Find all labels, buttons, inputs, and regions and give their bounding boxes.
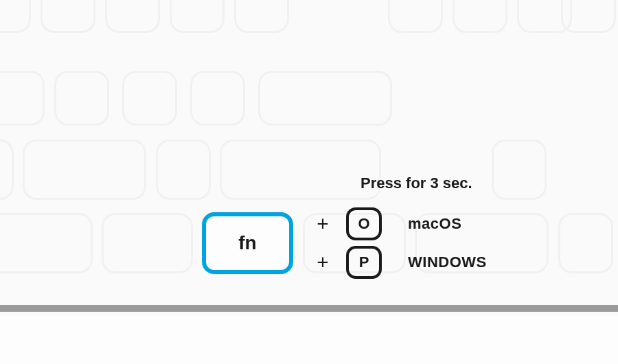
keyboard-key-outline — [41, 0, 95, 33]
os-label-windows: WINDOWS — [408, 253, 487, 271]
keyboard-key-outline — [258, 71, 392, 126]
keyboard-key-outline — [0, 71, 45, 126]
instruction-heading: Press for 3 sec. — [360, 174, 472, 192]
plus-icon: + — [312, 212, 334, 236]
keyboard-key-outline — [558, 213, 613, 273]
fn-key: fn — [202, 212, 293, 274]
key-p: P — [346, 246, 382, 279]
key-o: O — [346, 207, 382, 240]
keyboard-key-outline — [0, 213, 93, 273]
keyboard-key-outline — [492, 139, 547, 200]
os-label-macos: macOS — [408, 215, 461, 233]
key-p-label: P — [359, 253, 369, 271]
keyboard-key-outline — [561, 0, 616, 33]
fn-key-label: fn — [238, 232, 256, 254]
keyboard-key-outline — [105, 0, 160, 33]
keyboard-key-outline — [54, 71, 109, 126]
combo-row-macos: + O macOS — [312, 207, 461, 240]
keyboard-key-outline — [102, 213, 193, 273]
keyboard-key-outline — [190, 71, 245, 126]
keyboard-key-outline — [122, 71, 177, 126]
combo-row-windows: + P WINDOWS — [312, 246, 487, 279]
keyboard-key-outline — [388, 0, 443, 33]
keyboard-key-outline — [234, 0, 289, 33]
keyboard-key-outline — [23, 139, 146, 200]
plus-icon: + — [312, 251, 334, 274]
keyboard-key-outline — [220, 139, 381, 200]
keyboard-key-outline — [0, 0, 31, 33]
key-o-label: O — [358, 215, 369, 233]
keyboard-key-outline — [170, 0, 225, 33]
keyboard-key-outline — [453, 0, 507, 33]
desk-edge-bar — [0, 305, 618, 312]
keyboard-background — [0, 0, 618, 316]
keyboard-key-outline — [0, 139, 14, 200]
keyboard-key-outline — [156, 139, 211, 200]
